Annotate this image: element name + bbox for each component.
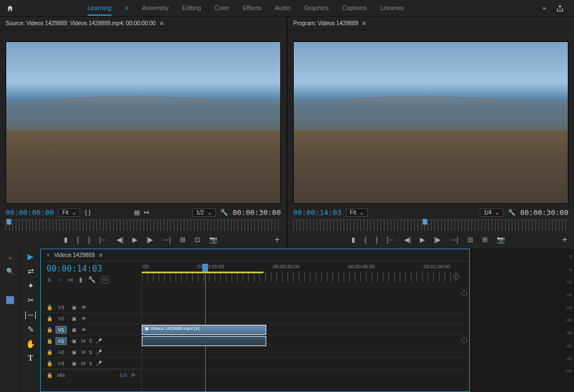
expand-icon[interactable]: » (8, 254, 12, 261)
add-button-icon[interactable]: + (562, 235, 574, 245)
next-icon[interactable]: ↦ (144, 209, 149, 216)
clip-v1[interactable]: ▣ Videos 1429889.mp4 [V] (142, 325, 266, 335)
mark-out-close-icon[interactable]: } (376, 236, 378, 244)
play-icon[interactable]: ▶ (420, 236, 425, 244)
program-timecode[interactable]: 00:00:14:03 (293, 208, 341, 217)
track-head-a2[interactable]: 🔒A2▣MS🎤 (41, 347, 141, 358)
lock-icon[interactable]: 🔒 (47, 338, 52, 344)
mic-icon[interactable]: 🎤 (96, 349, 102, 355)
swatch-2[interactable] (6, 296, 14, 304)
mic-icon[interactable]: 🎤 (96, 361, 102, 366)
pan-icon[interactable]: ⟳ (131, 372, 136, 378)
overwrite-icon[interactable]: ⊡ (195, 236, 200, 244)
mute-button[interactable]: M (81, 349, 86, 355)
close-icon[interactable]: × (47, 252, 50, 258)
search-icon[interactable]: 🔍 (6, 268, 14, 275)
eye-icon[interactable]: 👁 (81, 305, 86, 310)
mark-out-close-icon[interactable]: } (88, 236, 90, 244)
source-fit-dropdown[interactable]: Fit⌄ (58, 208, 80, 217)
swatch-1[interactable] (6, 282, 14, 290)
scroll-circle-icon[interactable] (461, 291, 467, 296)
go-in-icon[interactable]: |← (387, 236, 395, 244)
eye-icon[interactable]: 👁 (81, 327, 86, 333)
type-tool-icon[interactable]: T (28, 354, 33, 363)
mark-in-icon[interactable]: ▮ (64, 236, 68, 244)
eye-icon[interactable]: 👁 (81, 316, 86, 321)
toggle-output-icon[interactable]: ▣ (70, 305, 78, 310)
solo-button[interactable]: S (89, 349, 92, 355)
hand-tool-icon[interactable]: ✋ (26, 339, 35, 348)
lock-icon[interactable]: 🔒 (47, 327, 52, 333)
step-forward-icon[interactable]: |▶ (146, 236, 153, 244)
mute-button[interactable]: M (81, 338, 86, 344)
track-select-tool-icon[interactable]: ⇄ (27, 267, 34, 276)
tab-learning[interactable]: Learning (87, 1, 112, 16)
lift-icon[interactable]: ⊟ (467, 236, 473, 244)
mix-row[interactable]: 🔒Mix0,0⟳ (41, 369, 141, 380)
tab-effects[interactable]: Effects (243, 1, 261, 16)
time-ruler[interactable]: :00 00:00:15:00 00:00:30:00 00:00:45:00 … (142, 264, 461, 272)
cc-icon[interactable]: cc (101, 276, 109, 283)
go-in-icon[interactable]: |← (99, 236, 108, 244)
source-video[interactable] (6, 41, 281, 204)
toggle-output-icon[interactable]: ▣ (70, 349, 78, 355)
mark-out-open-icon[interactable]: { (364, 236, 367, 244)
program-video[interactable] (293, 41, 568, 204)
tab-captions[interactable]: Captions (342, 1, 366, 16)
tab-color[interactable]: Color (215, 1, 229, 16)
export-frame-icon[interactable]: 📷 (209, 236, 217, 244)
lock-icon[interactable]: 🔒 (47, 316, 52, 321)
linked-selection-icon[interactable]: ⫘ (67, 276, 73, 283)
tab-assembly[interactable]: Assembly (142, 1, 169, 16)
go-out-icon[interactable]: →| (450, 236, 458, 244)
go-out-icon[interactable]: →| (162, 236, 170, 244)
program-zoom-dropdown[interactable]: 1/4⌄ (480, 208, 503, 217)
mute-button[interactable]: M (81, 361, 86, 366)
overflow-icon[interactable]: » (543, 4, 546, 12)
pen-tool-icon[interactable]: ✎ (27, 325, 34, 334)
source-ruler[interactable] (6, 220, 281, 231)
razor-tool-icon[interactable]: ✂ (27, 296, 34, 305)
track-head-v1[interactable]: 🔒V1▣👁 (41, 324, 141, 335)
insert-icon[interactable]: ⊞ (180, 236, 186, 244)
track-head-v3[interactable]: 🔒V3▣👁 (41, 302, 141, 313)
snap-icon[interactable]: ⚹ (47, 276, 52, 283)
lock-icon[interactable]: 🔒 (47, 349, 52, 355)
program-fit-dropdown[interactable]: Fit⌄ (346, 208, 368, 217)
panel-menu-icon[interactable]: ≡ (99, 252, 103, 258)
panel-menu-icon[interactable]: ≡ (160, 20, 164, 26)
sequence-name[interactable]: Videos 1429889 (54, 252, 95, 258)
extract-icon[interactable]: ⊞ (482, 236, 488, 244)
tab-graphics[interactable]: Graphics (304, 1, 328, 16)
program-playhead[interactable] (423, 219, 427, 225)
settings-icon[interactable]: ▤ (134, 209, 140, 216)
add-button-icon[interactable]: + (275, 235, 286, 245)
toggle-output-icon[interactable]: ▣ (70, 316, 78, 321)
clip-a1[interactable] (142, 336, 266, 346)
wrench-icon[interactable]: 🔧 (220, 209, 228, 216)
track-head-v2[interactable]: 🔒V2▣👁 (41, 313, 141, 324)
tab-editing[interactable]: Editing (182, 1, 201, 16)
toggle-output-icon[interactable]: ▣ (70, 327, 78, 333)
lock-icon[interactable]: 🔒 (47, 361, 52, 366)
lock-icon[interactable]: 🔒 (47, 305, 52, 310)
zoom-scroll-icon[interactable] (453, 274, 459, 279)
home-button[interactable] (0, 4, 20, 12)
mark-in-icon[interactable]: ▮ (351, 236, 355, 244)
work-area-bar[interactable] (142, 272, 263, 273)
mic-icon[interactable]: 🎤 (96, 338, 102, 344)
step-back-icon[interactable]: ◀| (404, 236, 411, 244)
timeline-timecode[interactable]: 00:00:14:03 (47, 264, 136, 274)
tab-libraries[interactable]: Libraries (380, 1, 404, 16)
track-head-a1[interactable]: 🔒A1▣MS🎤 (41, 335, 141, 347)
solo-button[interactable]: S (89, 338, 92, 344)
mark-out-open-icon[interactable]: { (77, 236, 79, 244)
source-timecode[interactable]: 00:00:00:00 (6, 208, 54, 217)
selection-tool-icon[interactable]: ▶ (27, 252, 34, 261)
track-head-a3[interactable]: 🔒A3▣MS🎤 (41, 358, 141, 369)
solo-button[interactable]: S (89, 361, 92, 366)
share-icon[interactable] (556, 4, 564, 12)
tab-audio[interactable]: Audio (275, 1, 290, 16)
source-zoom-dropdown[interactable]: 1/2⌄ (192, 208, 216, 217)
timeline-playhead[interactable] (202, 264, 208, 272)
